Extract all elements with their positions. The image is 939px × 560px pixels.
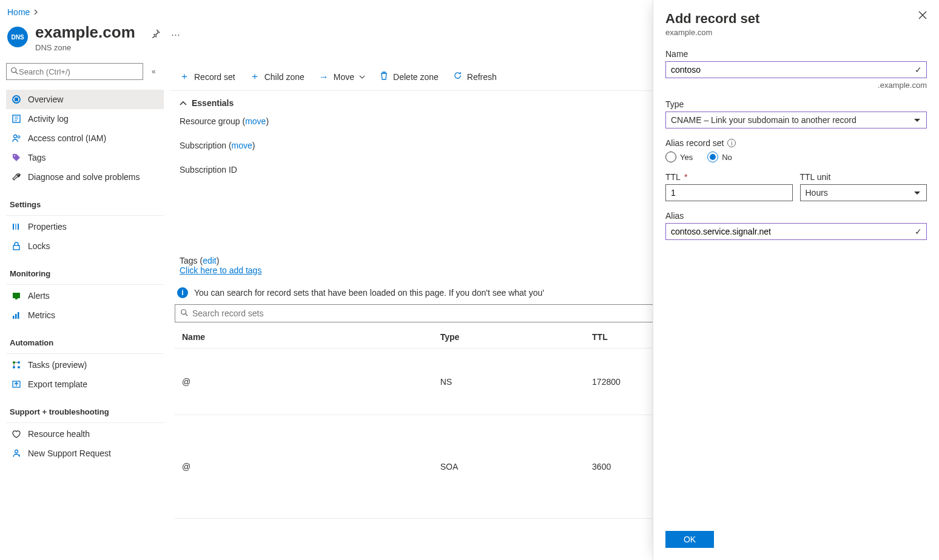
health-icon bbox=[11, 429, 22, 439]
iam-icon bbox=[11, 133, 22, 143]
alias-yes-radio[interactable]: Yes bbox=[665, 152, 693, 162]
ttl-unit-value: Hours bbox=[806, 188, 828, 198]
svg-point-29 bbox=[181, 309, 186, 314]
close-icon[interactable] bbox=[918, 11, 927, 22]
svg-point-27 bbox=[15, 450, 18, 453]
ttl-label: TTL* bbox=[665, 172, 793, 182]
sidebar-search-input[interactable] bbox=[19, 67, 139, 76]
col-type[interactable]: Type bbox=[433, 326, 585, 348]
resource-group-move-link[interactable]: move bbox=[245, 116, 266, 126]
sidebar: « OverviewActivity logAccess control (IA… bbox=[0, 63, 170, 560]
sidebar-item-iam[interactable]: Access control (IAM) bbox=[6, 128, 164, 148]
ttl-input[interactable] bbox=[665, 184, 793, 201]
sidebar-item-health[interactable]: Resource health bbox=[6, 424, 164, 444]
sidebar-item-label: Export template bbox=[28, 379, 87, 389]
svg-rect-14 bbox=[13, 245, 19, 250]
svg-rect-18 bbox=[15, 314, 17, 319]
svg-line-1 bbox=[16, 72, 18, 74]
svg-point-10 bbox=[14, 155, 15, 156]
svg-point-8 bbox=[14, 135, 17, 138]
locks-icon bbox=[11, 241, 22, 251]
sidebar-item-metrics[interactable]: Metrics bbox=[6, 305, 164, 325]
collapse-sidebar-icon[interactable]: « bbox=[152, 67, 156, 76]
ttl-unit-label: TTL unit bbox=[800, 172, 927, 182]
svg-rect-16 bbox=[15, 298, 18, 299]
sidebar-item-label: Resource health bbox=[28, 429, 90, 439]
pin-icon[interactable] bbox=[151, 29, 160, 40]
move-icon: → bbox=[319, 72, 329, 82]
export-icon bbox=[11, 379, 22, 389]
name-input[interactable] bbox=[665, 61, 927, 78]
sidebar-item-label: Activity log bbox=[28, 114, 69, 124]
alias-input[interactable] bbox=[665, 223, 927, 240]
sidebar-item-alerts[interactable]: Alerts bbox=[6, 286, 164, 305]
tags-icon bbox=[11, 153, 22, 162]
sidebar-item-support[interactable]: New Support Request bbox=[6, 444, 164, 463]
svg-point-22 bbox=[13, 366, 15, 368]
panel-title: Add record set bbox=[665, 11, 759, 27]
alias-no-radio[interactable]: No bbox=[707, 152, 732, 162]
sidebar-search[interactable] bbox=[6, 63, 143, 80]
dns-zone-icon: DNS bbox=[7, 27, 28, 47]
plus-icon: ＋ bbox=[250, 70, 260, 83]
svg-line-30 bbox=[186, 313, 188, 316]
plus-icon: ＋ bbox=[180, 70, 189, 83]
sidebar-item-label: Overview bbox=[28, 95, 63, 104]
type-value: CNAME – Link your subdomain to another r… bbox=[671, 115, 857, 125]
cell-type: SOA bbox=[433, 415, 585, 519]
delete-zone-button[interactable]: Delete zone bbox=[380, 71, 439, 83]
record-set-label: Record set bbox=[194, 72, 235, 82]
ok-button[interactable]: OK bbox=[665, 531, 714, 548]
type-select[interactable]: CNAME – Link your subdomain to another r… bbox=[665, 112, 927, 128]
chevron-right-icon bbox=[33, 9, 38, 16]
more-icon[interactable]: ⋯ bbox=[171, 29, 180, 40]
refresh-icon bbox=[453, 71, 462, 82]
sidebar-item-overview[interactable]: Overview bbox=[6, 90, 164, 109]
breadcrumb-home[interactable]: Home bbox=[7, 7, 30, 17]
essentials-heading: Essentials bbox=[192, 98, 234, 108]
help-icon[interactable]: i bbox=[727, 139, 736, 147]
sidebar-item-diagnose[interactable]: Diagnose and solve problems bbox=[6, 167, 164, 187]
page-title: example.com bbox=[35, 23, 135, 42]
metrics-icon bbox=[11, 310, 22, 320]
cell-type: NS bbox=[433, 348, 585, 415]
svg-point-9 bbox=[18, 136, 20, 138]
refresh-button[interactable]: Refresh bbox=[453, 71, 497, 82]
sidebar-item-tasks[interactable]: Tasks (preview) bbox=[6, 355, 164, 375]
sidebar-item-activity[interactable]: Activity log bbox=[6, 109, 164, 128]
nav-section-title: Automation bbox=[6, 335, 164, 351]
sidebar-item-export[interactable]: Export template bbox=[6, 375, 164, 394]
sidebar-item-label: Access control (IAM) bbox=[28, 133, 106, 143]
col-name[interactable]: Name bbox=[175, 326, 433, 348]
type-label: Type bbox=[665, 99, 927, 109]
sidebar-item-locks[interactable]: Locks bbox=[6, 236, 164, 256]
move-button[interactable]: → Move bbox=[319, 72, 365, 82]
properties-icon bbox=[11, 222, 22, 232]
sidebar-item-label: New Support Request bbox=[28, 448, 111, 458]
diagnose-icon bbox=[11, 172, 22, 182]
record-set-button[interactable]: ＋ Record set bbox=[180, 70, 235, 83]
panel-subtitle: example.com bbox=[665, 28, 759, 37]
subscription-move-link[interactable]: move bbox=[232, 141, 252, 150]
sidebar-item-label: Metrics bbox=[28, 310, 55, 320]
child-zone-button[interactable]: ＋ Child zone bbox=[250, 70, 305, 83]
sidebar-item-label: Locks bbox=[28, 241, 50, 251]
activity-icon bbox=[11, 114, 22, 124]
delete-zone-label: Delete zone bbox=[393, 72, 439, 82]
svg-point-20 bbox=[13, 361, 15, 364]
sidebar-item-properties[interactable]: Properties bbox=[6, 217, 164, 236]
tags-edit-link[interactable]: edit bbox=[203, 256, 217, 265]
chevron-down-icon bbox=[359, 73, 365, 80]
add-tags-link[interactable]: Click here to add tags bbox=[180, 265, 261, 275]
chevron-up-icon bbox=[180, 98, 187, 108]
ttl-unit-select[interactable]: Hours bbox=[800, 184, 927, 201]
svg-point-0 bbox=[12, 67, 16, 72]
yes-label: Yes bbox=[680, 153, 693, 162]
sidebar-item-tags[interactable]: Tags bbox=[6, 148, 164, 167]
sidebar-item-label: Tags bbox=[28, 153, 46, 162]
svg-rect-19 bbox=[18, 312, 19, 319]
child-zone-label: Child zone bbox=[264, 72, 305, 82]
info-text: You can search for record sets that have… bbox=[194, 288, 544, 298]
cell-name: @ bbox=[175, 348, 433, 415]
search-icon bbox=[180, 308, 189, 319]
